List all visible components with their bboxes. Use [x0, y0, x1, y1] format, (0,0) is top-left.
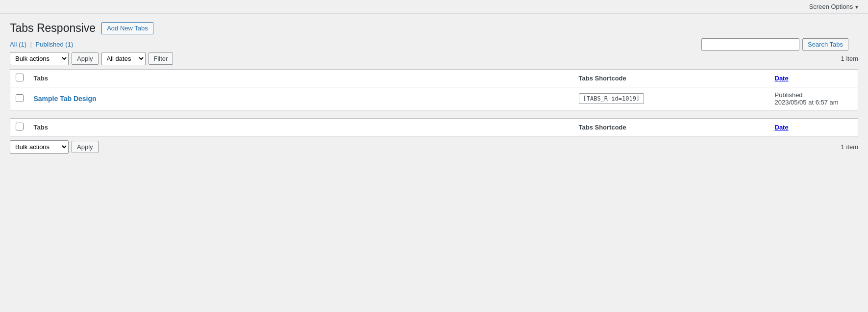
table-header-row: Tabs Tabs Shortcode Date — [10, 70, 858, 87]
bottom-toolbar-left: Bulk actions Apply — [10, 140, 99, 154]
page-title: Tabs Responsive — [10, 22, 96, 35]
col-date-header: Date — [770, 70, 858, 87]
check-all-checkbox[interactable] — [16, 74, 24, 81]
bottom-col-date-header: Date — [770, 119, 858, 136]
bottom-apply-button[interactable]: Apply — [72, 141, 99, 153]
top-toolbar: Bulk actions Apply All dates Filter 1 it… — [10, 52, 858, 65]
table-row: Sample Tab Design [TABS_R id=1019] Publi… — [10, 87, 858, 110]
bottom-col-tabs-header: Tabs — [29, 119, 574, 136]
row-date-cell: Published 2023/05/05 at 6:57 am — [770, 87, 858, 110]
screen-options-button[interactable]: Screen Options — [806, 2, 862, 11]
top-toolbar-left: Bulk actions Apply All dates Filter — [10, 52, 173, 65]
published-filter-link[interactable]: Published (1) — [36, 41, 74, 48]
table-body: Sample Tab Design [TABS_R id=1019] Publi… — [10, 87, 858, 110]
col-date-sort-link[interactable]: Date — [775, 75, 789, 82]
bottom-check-all-checkbox[interactable] — [16, 123, 24, 130]
top-item-count: 1 item — [841, 55, 858, 62]
filter-button[interactable]: Filter — [149, 52, 174, 65]
bottom-bulk-actions-select[interactable]: Bulk actions — [10, 140, 69, 154]
publish-status: Published — [775, 91, 803, 99]
date-filter-select[interactable]: All dates — [101, 52, 146, 65]
tabs-table-bottom: Tabs Tabs Shortcode Date — [10, 118, 858, 136]
page-header: Tabs Responsive Add New Tabs — [10, 22, 858, 35]
screen-options-bar: Screen Options — [0, 0, 868, 14]
entry-title-link[interactable]: Sample Tab Design — [34, 95, 97, 103]
search-box: Search Tabs — [701, 38, 848, 51]
bottom-col-date-sort-link[interactable]: Date — [775, 124, 789, 131]
row-checkbox[interactable] — [16, 94, 24, 102]
bottom-toolbar: Bulk actions Apply 1 item — [10, 140, 858, 154]
search-tabs-button[interactable]: Search Tabs — [802, 38, 848, 51]
bottom-col-check-header — [10, 119, 29, 136]
bottom-table-header-row: Tabs Tabs Shortcode Date — [10, 119, 858, 136]
filter-links: All (1) | Published (1) — [10, 41, 73, 48]
entry-title: Sample Tab Design — [34, 95, 97, 103]
row-checkbox-cell — [10, 87, 29, 110]
top-bulk-actions-select[interactable]: Bulk actions — [10, 52, 69, 65]
main-content: Tabs Responsive Add New Tabs All (1) | P… — [0, 14, 868, 161]
add-new-tabs-button[interactable]: Add New Tabs — [101, 22, 153, 34]
col-check-header — [10, 70, 29, 87]
header-row: All (1) | Published (1) Search Tabs — [10, 41, 858, 48]
search-tabs-input[interactable] — [701, 38, 799, 51]
all-filter-link[interactable]: All (1) — [10, 41, 28, 48]
top-apply-button[interactable]: Apply — [72, 52, 99, 65]
publish-date: 2023/05/05 at 6:57 am — [775, 99, 839, 106]
bottom-item-count: 1 item — [841, 143, 858, 151]
row-title-cell: Sample Tab Design — [29, 87, 574, 110]
shortcode-value: [TABS_R id=1019] — [579, 93, 645, 104]
bottom-col-shortcode-header: Tabs Shortcode — [574, 119, 770, 136]
col-shortcode-header: Tabs Shortcode — [574, 70, 770, 87]
row-shortcode-cell: [TABS_R id=1019] — [574, 87, 770, 110]
col-tabs-header: Tabs — [29, 70, 574, 87]
tabs-table: Tabs Tabs Shortcode Date Sample Tab Desi… — [10, 69, 858, 110]
